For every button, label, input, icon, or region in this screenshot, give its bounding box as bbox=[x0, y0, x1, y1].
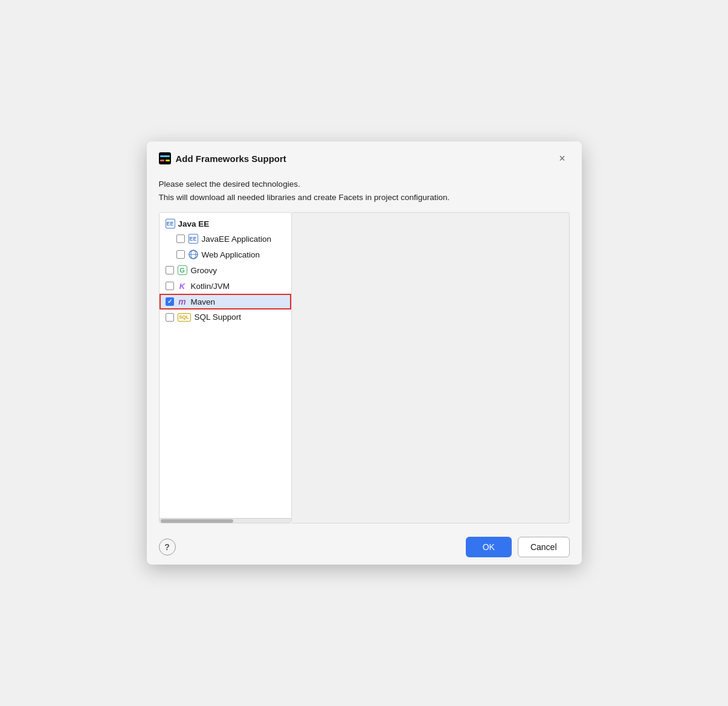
checkbox-javaee-app[interactable] bbox=[176, 235, 185, 243]
web-app-label: Web Application bbox=[202, 250, 260, 259]
web-app-icon bbox=[188, 250, 198, 259]
help-button[interactable]: ? bbox=[159, 539, 176, 555]
sql-support-label: SQL Support bbox=[195, 313, 242, 322]
svg-rect-1 bbox=[160, 160, 164, 161]
ok-button[interactable]: OK bbox=[466, 537, 512, 557]
checkbox-web-app[interactable] bbox=[176, 250, 185, 259]
description-line2: This will download all needed libraries … bbox=[159, 191, 570, 204]
framework-tree: EE Java EE EE JavaEE Application bbox=[159, 213, 291, 518]
java-ee-group-icon: EE bbox=[166, 219, 175, 228]
description-line1: Please select the desired technologies. bbox=[159, 178, 570, 191]
framework-list-panel: EE Java EE EE JavaEE Application bbox=[159, 212, 292, 523]
list-item-kotlin-jvm[interactable]: K Kotlin/JVM bbox=[159, 278, 291, 294]
scrollbar-thumb bbox=[161, 519, 233, 523]
checkbox-kotlin-jvm[interactable] bbox=[166, 282, 174, 290]
dialog-title: Add Frameworks Support bbox=[176, 154, 286, 164]
title-bar: Add Frameworks Support × bbox=[147, 141, 582, 172]
kotlin-jvm-label: Kotlin/JVM bbox=[191, 282, 230, 291]
description-area: Please select the desired technologies. … bbox=[147, 172, 582, 212]
maven-icon: m bbox=[178, 297, 187, 306]
javaee-app-icon: EE bbox=[188, 234, 198, 244]
footer-buttons: OK Cancel bbox=[466, 537, 570, 557]
list-item-groovy[interactable]: G Groovy bbox=[159, 262, 291, 278]
svg-rect-3 bbox=[166, 160, 170, 161]
checkbox-sql-support[interactable] bbox=[166, 313, 174, 322]
checkbox-groovy[interactable] bbox=[166, 266, 174, 274]
maven-label: Maven bbox=[191, 297, 216, 306]
cancel-button[interactable]: Cancel bbox=[518, 537, 570, 557]
svg-rect-0 bbox=[159, 152, 171, 164]
configuration-panel bbox=[292, 212, 570, 523]
javaee-app-label: JavaEE Application bbox=[202, 235, 272, 244]
svg-rect-2 bbox=[160, 155, 170, 157]
list-item-web-app[interactable]: Web Application bbox=[159, 247, 291, 262]
list-item-sql-support[interactable]: SQL SQL Support bbox=[159, 309, 291, 325]
checkbox-maven[interactable] bbox=[166, 297, 174, 306]
sql-icon: SQL bbox=[178, 313, 191, 322]
main-content: EE Java EE EE JavaEE Application bbox=[147, 212, 582, 530]
groovy-icon: G bbox=[178, 265, 187, 275]
list-item-javaee-app[interactable]: EE JavaEE Application bbox=[159, 231, 291, 247]
groovy-label: Groovy bbox=[191, 266, 217, 275]
app-icon bbox=[159, 152, 171, 164]
close-button[interactable]: × bbox=[555, 151, 570, 166]
title-bar-left: Add Frameworks Support bbox=[159, 152, 286, 164]
kotlin-icon: K bbox=[178, 281, 187, 291]
tree-scrollbar[interactable] bbox=[159, 518, 291, 523]
list-item-maven[interactable]: m Maven bbox=[159, 294, 291, 309]
java-ee-group-label: Java EE bbox=[178, 219, 210, 228]
add-frameworks-dialog: Add Frameworks Support × Please select t… bbox=[147, 141, 582, 565]
group-java-ee: EE Java EE bbox=[159, 216, 291, 231]
dialog-footer: ? OK Cancel bbox=[147, 530, 582, 565]
